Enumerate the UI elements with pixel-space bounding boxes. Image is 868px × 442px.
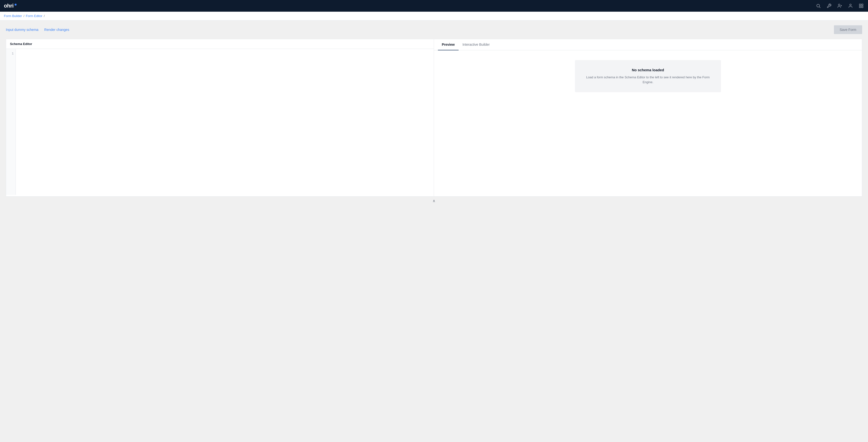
svg-rect-8: [860, 6, 861, 8]
schema-textarea[interactable]: [16, 49, 434, 195]
tool-icon[interactable]: [826, 3, 832, 9]
breadcrumb-sep-2: /: [44, 14, 45, 18]
tab-preview[interactable]: Preview: [438, 39, 459, 50]
breadcrumb-form-builder[interactable]: Form Builder: [4, 14, 22, 18]
schema-panel: Schema Editor 1: [6, 39, 434, 196]
navbar: ohri: [0, 0, 868, 12]
line-number-1: 1: [8, 52, 13, 56]
account-icon[interactable]: [847, 3, 854, 9]
schema-editor-header: Schema Editor: [6, 39, 434, 49]
bottom-chevron[interactable]: ∧: [6, 197, 862, 205]
preview-tabs: Preview Interactive Builder: [434, 39, 862, 50]
logo: ohri: [4, 3, 17, 9]
input-dummy-schema-link[interactable]: Input dummy schema: [6, 28, 38, 32]
render-changes-link[interactable]: Render changes: [44, 28, 69, 32]
line-numbers: 1: [6, 49, 16, 195]
svg-point-5: [850, 4, 851, 6]
navbar-icons: [815, 3, 864, 9]
no-schema-title: No schema loaded: [581, 68, 715, 72]
main-content: Input dummy schema Render changes Save F…: [0, 21, 868, 441]
breadcrumb-sep-1: /: [23, 14, 24, 18]
editor-container: Schema Editor 1 Preview Interactive Buil…: [6, 39, 862, 197]
no-schema-description: Load a form schema in the Schema Editor …: [581, 75, 715, 84]
logo-text: ohri: [4, 3, 13, 9]
tab-interactive-builder[interactable]: Interactive Builder: [459, 39, 494, 50]
toolbar: Input dummy schema Render changes Save F…: [6, 25, 862, 34]
svg-point-0: [817, 4, 819, 7]
preview-content: No schema loaded Load a form schema in t…: [434, 50, 862, 196]
code-editor: 1: [6, 49, 434, 195]
breadcrumb-form-editor[interactable]: Form Editor: [26, 14, 42, 18]
svg-point-2: [838, 4, 840, 6]
toolbar-left: Input dummy schema Render changes: [6, 28, 69, 32]
preview-panel: Preview Interactive Builder No schema lo…: [434, 39, 862, 196]
svg-rect-7: [862, 4, 863, 6]
svg-line-1: [819, 7, 820, 8]
no-schema-box: No schema loaded Load a form schema in t…: [575, 60, 721, 92]
breadcrumb: Form Builder / Form Editor /: [0, 12, 868, 21]
chevron-up-icon: ∧: [433, 199, 435, 203]
svg-rect-9: [862, 6, 863, 8]
user-add-icon[interactable]: [837, 3, 843, 9]
grid-icon[interactable]: [858, 3, 864, 9]
svg-rect-6: [860, 4, 861, 6]
save-form-button[interactable]: Save Form: [834, 25, 862, 34]
logo-dot: [14, 4, 17, 6]
search-icon[interactable]: [815, 3, 821, 9]
